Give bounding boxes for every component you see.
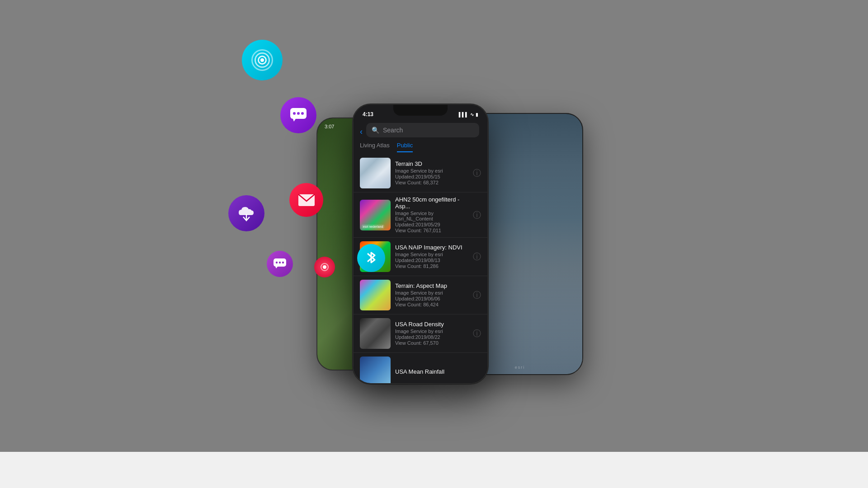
info-icon[interactable]: ⓘ bbox=[473, 168, 481, 178]
airdrop-rings bbox=[250, 48, 275, 73]
phone-time: 4:13 bbox=[363, 111, 373, 117]
cloud-download-icon-button[interactable] bbox=[228, 195, 264, 231]
tab-living-atlas[interactable]: Living Atlas bbox=[360, 142, 390, 152]
item-title: Terrain: Aspect Map bbox=[395, 282, 468, 289]
info-icon[interactable]: ⓘ bbox=[473, 328, 481, 339]
info-icon[interactable]: ⓘ bbox=[473, 251, 481, 262]
svg-point-8 bbox=[276, 262, 278, 263]
signal-dot-icon bbox=[320, 262, 330, 272]
item-updated: Updated:2019/05/15 bbox=[395, 174, 468, 179]
esri-watermark: esri bbox=[515, 365, 525, 370]
messages-icon-button[interactable] bbox=[280, 97, 316, 133]
item-service: Image Service by esri bbox=[395, 168, 468, 174]
item-thumbnail bbox=[360, 158, 391, 188]
item-updated: Updated:2019/08/13 bbox=[395, 258, 468, 263]
svg-point-10 bbox=[282, 262, 284, 263]
item-title: USA Road Density bbox=[395, 321, 468, 328]
item-service: Image Service by esri bbox=[395, 252, 468, 257]
chat-bubble-icon bbox=[289, 107, 307, 123]
item-info: AHN2 50cm ongefilterd - Asp... Image Ser… bbox=[395, 196, 468, 234]
item-info: USA Mean Rainfall bbox=[395, 368, 481, 376]
item-views: View Count: 81,286 bbox=[395, 263, 468, 269]
chat-bubble-small-icon bbox=[273, 258, 287, 270]
svg-point-12 bbox=[323, 265, 326, 269]
list-item[interactable]: Terrain 3D Image Service by esri Updated… bbox=[354, 154, 487, 192]
bluetooth-icon-button[interactable] bbox=[357, 244, 385, 272]
item-service: Image Service by esri bbox=[395, 290, 468, 296]
list-item[interactable]: USA Mean Rainfall bbox=[354, 353, 487, 383]
tab-public[interactable]: Public bbox=[397, 142, 413, 152]
item-service: Image Service by esri bbox=[395, 328, 468, 334]
svg-point-2 bbox=[297, 112, 300, 115]
info-icon[interactable]: ⓘ bbox=[473, 290, 481, 300]
item-title: USA NAIP Imagery: NDVI bbox=[395, 244, 468, 251]
search-icon: 🔍 bbox=[372, 127, 379, 134]
list-item[interactable]: USA Road Density Image Service by esri U… bbox=[354, 314, 487, 353]
svg-point-9 bbox=[279, 262, 281, 263]
item-title: Terrain 3D bbox=[395, 160, 468, 167]
svg-point-3 bbox=[301, 112, 304, 115]
item-service: Image Service by Esri_NL_Content bbox=[395, 211, 468, 221]
search-bar[interactable]: 🔍 Search bbox=[366, 123, 479, 137]
back-button[interactable]: ‹ bbox=[354, 127, 366, 136]
status-icons: ▌▌▌ ∿ ▮ bbox=[459, 112, 478, 117]
mail-icon-button[interactable] bbox=[289, 183, 323, 217]
list-item[interactable]: Terrain: Aspect Map Image Service by esr… bbox=[354, 276, 487, 314]
battery-icon: ▮ bbox=[476, 112, 478, 117]
item-views: View Count: 67,570 bbox=[395, 340, 468, 346]
item-views: View Count: 86,424 bbox=[395, 302, 468, 307]
info-icon[interactable]: ⓘ bbox=[473, 210, 481, 221]
item-info: Terrain 3D Image Service by esri Updated… bbox=[395, 160, 468, 186]
search-placeholder: Search bbox=[383, 127, 403, 134]
svg-point-1 bbox=[293, 112, 296, 115]
tabs: Living Atlas Public bbox=[354, 142, 487, 152]
wifi-icon: ∿ bbox=[470, 112, 474, 117]
signal-icon: ▌▌▌ bbox=[459, 112, 468, 117]
notch bbox=[393, 105, 448, 116]
envelope-icon bbox=[298, 194, 315, 206]
cloud-icon bbox=[237, 205, 256, 221]
item-views: View Count: 68,372 bbox=[395, 180, 468, 185]
bottom-strip bbox=[0, 452, 868, 488]
search-row: ‹ 🔍 Search bbox=[354, 121, 487, 142]
svg-marker-4 bbox=[293, 119, 296, 122]
nearby-icon-button[interactable] bbox=[314, 257, 335, 277]
item-title: AHN2 50cm ongefilterd - Asp... bbox=[395, 196, 468, 210]
item-updated: Updated:2019/08/22 bbox=[395, 334, 468, 340]
item-updated: Updated:2019/05/29 bbox=[395, 222, 468, 227]
item-thumbnail bbox=[360, 357, 391, 383]
svg-marker-11 bbox=[275, 267, 278, 268]
item-thumbnail bbox=[360, 280, 391, 310]
item-thumbnail bbox=[360, 318, 391, 349]
phone-back-time: 3:07 bbox=[325, 124, 334, 129]
item-views: View Count: 767,011 bbox=[395, 228, 468, 233]
item-title: USA Mean Rainfall bbox=[395, 368, 481, 375]
item-thumbnail: esri nederland bbox=[360, 200, 391, 230]
messages-small-icon-button[interactable] bbox=[267, 251, 293, 277]
item-updated: Updated:2019/06/06 bbox=[395, 296, 468, 301]
item-info: USA NAIP Imagery: NDVI Image Service by … bbox=[395, 244, 468, 269]
list-item[interactable]: esri nederland AHN2 50cm ongefilterd - A… bbox=[354, 192, 487, 238]
airdrop-icon-button[interactable] bbox=[242, 40, 283, 80]
item-info: Terrain: Aspect Map Image Service by esr… bbox=[395, 282, 468, 308]
bluetooth-symbol-icon bbox=[365, 250, 377, 266]
ring-inner bbox=[258, 56, 267, 65]
item-info: USA Road Density Image Service by esri U… bbox=[395, 321, 468, 346]
